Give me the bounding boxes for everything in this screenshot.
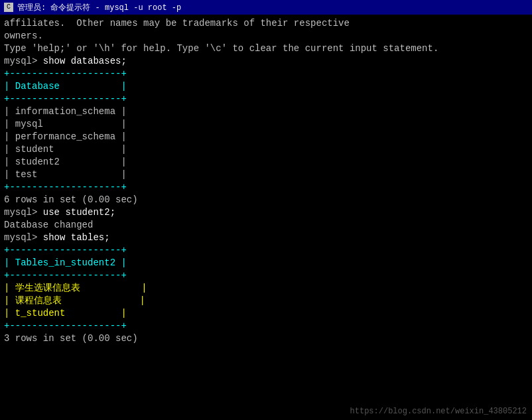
watermark: https://blog.csdn.net/weixin_43805212 [350,407,527,416]
title-bar: C 管理员: 命令提示符 - mysql -u root -p [0,0,532,15]
terminal-line: | 学生选课信息表 | [4,282,528,295]
terminal-line: owners. [4,30,528,42]
terminal-line: affiliates. Other names may be trademark… [4,17,528,30]
terminal-line: +--------------------+ [4,181,528,194]
terminal-line: +--------------------+ [4,244,528,257]
title-bar-icon: C [4,3,13,12]
terminal-line: | 课程信息表 | [4,295,528,307]
terminal[interactable]: affiliates. Other names may be trademark… [0,15,532,420]
terminal-line: 6 rows in set (0.00 sec) [4,194,528,206]
terminal-line: | t_student | [4,307,528,320]
terminal-line: Type 'help;' or '\h' for help. Type '\c'… [4,42,528,55]
terminal-line: mysql> use student2; [4,206,528,219]
terminal-line: | Tables_in_student2 | [4,257,528,269]
terminal-line: 3 rows in set (0.00 sec) [4,332,528,345]
terminal-line: +--------------------+ [4,68,528,80]
terminal-line: mysql> show tables; [4,232,528,244]
terminal-line: | performance_schema | [4,131,528,143]
terminal-line: | Database | [4,80,528,93]
terminal-line: | test | [4,169,528,181]
terminal-line: +--------------------+ [4,320,528,332]
title-bar-label: 管理员: 命令提示符 - mysql -u root -p [17,2,181,13]
terminal-line: +--------------------+ [4,93,528,105]
terminal-line: | information_schema | [4,105,528,118]
terminal-line: +--------------------+ [4,269,528,282]
terminal-line: Database changed [4,219,528,232]
terminal-line: | student2 | [4,156,528,169]
terminal-line: | mysql | [4,118,528,131]
terminal-line: mysql> show databases; [4,55,528,68]
terminal-line: | student | [4,143,528,156]
